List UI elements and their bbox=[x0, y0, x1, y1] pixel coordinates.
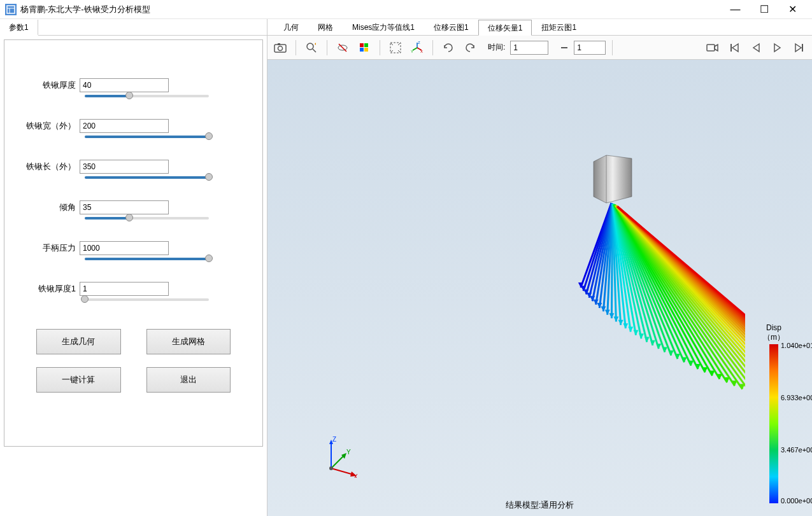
param-thickness1: 铁锹厚度1 bbox=[24, 282, 243, 301]
param-thickness: 铁锹厚度 bbox=[24, 78, 243, 97]
svg-text:Z: Z bbox=[332, 436, 336, 443]
axis-triad-icon: Z Y X bbox=[318, 433, 363, 478]
handle-force-input[interactable] bbox=[80, 241, 169, 255]
length-outer-slider[interactable] bbox=[85, 176, 209, 179]
svg-rect-10 bbox=[360, 43, 364, 47]
legend-title-1: Disp bbox=[748, 323, 799, 332]
svg-rect-12 bbox=[360, 48, 364, 52]
svg-marker-48 bbox=[613, 316, 618, 321]
step-input[interactable] bbox=[574, 41, 606, 55]
angle-input[interactable] bbox=[80, 200, 169, 214]
skip-start-icon[interactable] bbox=[725, 39, 743, 57]
param-label: 铁锹厚度1 bbox=[24, 283, 80, 295]
record-icon[interactable] bbox=[704, 39, 722, 57]
thickness-slider[interactable] bbox=[85, 95, 209, 97]
svg-marker-60 bbox=[645, 337, 650, 342]
svg-marker-62 bbox=[650, 340, 655, 345]
svg-point-6 bbox=[307, 43, 313, 50]
maximize-button[interactable]: ☐ bbox=[750, 0, 778, 19]
rotate-cw-icon[interactable] bbox=[439, 39, 457, 57]
time-select[interactable] bbox=[510, 41, 548, 55]
param-length-outer: 铁锹长（外） bbox=[24, 160, 243, 179]
param-width-outer: 铁锹宽（外） bbox=[24, 119, 243, 138]
close-button[interactable]: ✕ bbox=[778, 0, 807, 19]
app-icon bbox=[5, 4, 17, 15]
length-outer-input[interactable] bbox=[80, 160, 169, 174]
svg-marker-25 bbox=[594, 155, 632, 203]
param-angle: 倾角 bbox=[24, 200, 243, 220]
fit-view-icon[interactable] bbox=[387, 39, 404, 57]
svg-rect-5 bbox=[278, 43, 280, 45]
render-mode-icon[interactable] bbox=[355, 39, 373, 57]
svg-text:X: X bbox=[353, 473, 358, 478]
title-bar: 杨霄鹏-东北大学-铁锹受力分析模型 — ☐ ✕ bbox=[0, 0, 812, 19]
tab-mises[interactable]: Mises应力等值线1 bbox=[343, 19, 424, 35]
viewport-3d[interactable]: (function(){ const g=document.getElement… bbox=[267, 60, 812, 516]
legend-tick: 6.933e+00 bbox=[781, 394, 812, 401]
svg-marker-46 bbox=[609, 313, 614, 318]
svg-line-135 bbox=[331, 456, 344, 468]
play-forward-icon[interactable] bbox=[769, 39, 787, 57]
thickness1-slider[interactable] bbox=[85, 298, 209, 301]
param-label: 倾角 bbox=[24, 202, 80, 213]
svg-line-7 bbox=[313, 49, 316, 52]
view-tabs: 几何 网格 Mises应力等值线1 位移云图1 位移矢量1 扭矩云图1 bbox=[267, 19, 812, 36]
view-toolbar: ZXY 时间: bbox=[267, 36, 812, 60]
param-handle-force: 手柄压力 bbox=[24, 241, 243, 260]
thickness-input[interactable] bbox=[80, 78, 169, 92]
camera-icon[interactable] bbox=[271, 39, 289, 57]
svg-marker-54 bbox=[628, 327, 633, 332]
param-label: 铁锹厚度 bbox=[24, 80, 80, 91]
angle-slider[interactable] bbox=[85, 217, 209, 220]
minimize-button[interactable]: — bbox=[721, 0, 750, 19]
svg-text:Y: Y bbox=[411, 50, 413, 53]
exit-button[interactable]: 退出 bbox=[146, 367, 231, 393]
svg-marker-50 bbox=[618, 320, 623, 325]
handle-force-slider[interactable] bbox=[85, 258, 209, 260]
param-label: 手柄压力 bbox=[24, 242, 80, 254]
svg-line-133 bbox=[331, 468, 353, 475]
time-label: 时间: bbox=[488, 42, 505, 53]
svg-point-137 bbox=[329, 466, 333, 470]
result-title: 结果模型:通用分析 bbox=[506, 499, 574, 511]
legend-tick: 3.467e+00 bbox=[781, 446, 812, 454]
svg-rect-0 bbox=[7, 6, 15, 13]
svg-marker-44 bbox=[605, 310, 610, 315]
svg-text:Z: Z bbox=[418, 41, 420, 45]
play-back-icon[interactable] bbox=[747, 39, 765, 57]
tab-mesh[interactable]: 网格 bbox=[308, 19, 343, 35]
displacement-vector-plot bbox=[478, 143, 745, 473]
tab-parameters[interactable]: 参数1 bbox=[0, 20, 38, 36]
window-title: 杨霄鹏-东北大学-铁锹受力分析模型 bbox=[20, 4, 721, 15]
rotate-ccw-icon[interactable] bbox=[461, 39, 479, 57]
thickness1-input[interactable] bbox=[80, 282, 169, 296]
tab-torque-contour[interactable]: 扭矩云图1 bbox=[532, 19, 586, 35]
clip-plane-icon[interactable] bbox=[334, 39, 352, 57]
compute-button[interactable]: 一键计算 bbox=[36, 367, 121, 393]
legend-title-2: （m） bbox=[748, 333, 799, 342]
svg-text:X: X bbox=[420, 50, 423, 53]
param-label: 铁锹长（外） bbox=[24, 161, 80, 172]
svg-rect-22 bbox=[707, 45, 715, 51]
svg-rect-24 bbox=[802, 44, 803, 52]
skip-end-icon[interactable] bbox=[790, 39, 808, 57]
width-outer-input[interactable] bbox=[80, 119, 169, 133]
svg-marker-42 bbox=[601, 306, 606, 311]
tab-disp-contour[interactable]: 位移云图1 bbox=[424, 19, 478, 35]
svg-text:Y: Y bbox=[346, 449, 351, 456]
svg-rect-11 bbox=[364, 43, 368, 47]
svg-line-17 bbox=[413, 48, 417, 50]
width-outer-slider[interactable] bbox=[85, 136, 209, 138]
tab-geometry[interactable]: 几何 bbox=[274, 19, 308, 35]
svg-point-4 bbox=[278, 46, 283, 50]
orientation-icon[interactable]: ZXY bbox=[408, 39, 426, 57]
generate-mesh-button[interactable]: 生成网格 bbox=[146, 329, 231, 354]
svg-marker-52 bbox=[623, 323, 628, 328]
parameter-panel: 参数1 铁锹厚度 铁锹宽（外） 铁锹长（外） bbox=[0, 19, 267, 516]
generate-geometry-button[interactable]: 生成几何 bbox=[36, 329, 121, 354]
tab-disp-vector[interactable]: 位移矢量1 bbox=[478, 20, 532, 36]
reset-zoom-icon[interactable] bbox=[303, 39, 320, 57]
legend-tick: 1.040e+01 bbox=[781, 342, 812, 349]
color-legend: Disp （m） 1.040e+01 6.933e+00 3.467e+00 0… bbox=[748, 323, 799, 503]
step-toggle-icon[interactable] bbox=[559, 39, 570, 57]
